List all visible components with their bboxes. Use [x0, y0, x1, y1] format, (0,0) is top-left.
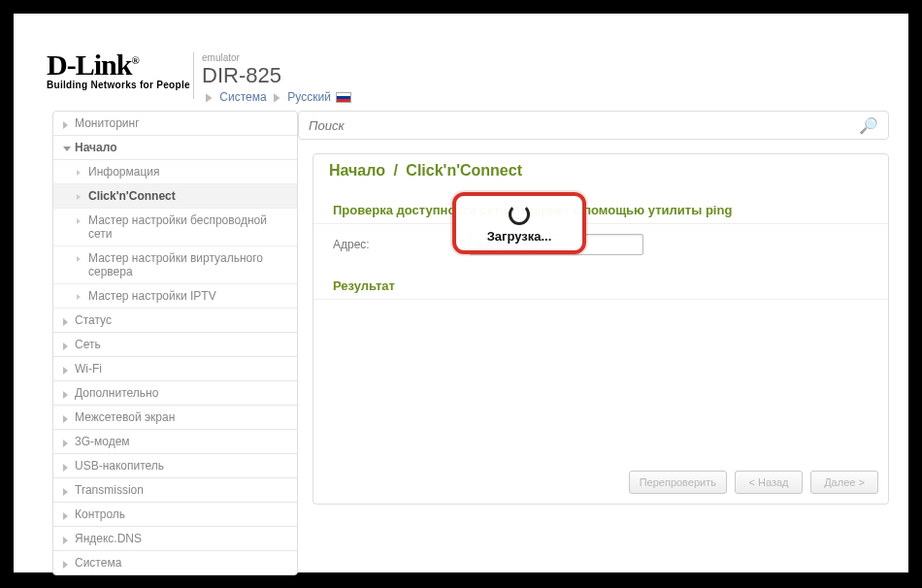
next-button[interactable]: Далее >	[810, 471, 878, 494]
address-row: Адрес:	[313, 230, 888, 265]
breadcrumb-separator: /	[393, 162, 397, 179]
sidebar-item[interactable]: Начало	[53, 136, 297, 160]
sidebar-item[interactable]: Межсетевой экран	[53, 406, 297, 430]
flag-ru-icon	[336, 92, 351, 103]
sidebar-item[interactable]: Дополнительно	[53, 381, 297, 406]
sidebar: МониторингНачалоИнформацияClick'n'Connec…	[52, 111, 298, 575]
sidebar-subitem[interactable]: Мастер настройки виртуального сервера	[53, 246, 297, 284]
breadcrumb-current[interactable]: Click'n'Connect	[406, 162, 522, 179]
language-link[interactable]: Русский	[287, 90, 331, 104]
back-button[interactable]: < Назад	[735, 471, 803, 494]
sidebar-item[interactable]: Статус	[53, 309, 297, 333]
chevron-right-icon: ▶	[206, 90, 212, 104]
sidebar-item[interactable]: Wi-Fi	[53, 357, 297, 381]
search-input[interactable]	[309, 118, 859, 133]
recheck-button[interactable]: Перепроверить	[629, 471, 727, 494]
button-row: Перепроверить < Назад Далее >	[629, 471, 878, 494]
header: D-Link® Building Networks for People emu…	[14, 14, 908, 91]
result-section-title: Результат	[313, 273, 888, 300]
brand-tagline: Building Networks for People	[47, 80, 190, 90]
breadcrumb-root[interactable]: Начало	[329, 162, 385, 179]
chevron-right-icon: ▶	[274, 90, 280, 104]
search-bar: 🔍	[298, 111, 889, 140]
sidebar-item[interactable]: USB-накопитель	[53, 454, 297, 478]
brand-name: D-Link®	[47, 49, 190, 82]
sidebar-subitem[interactable]: Информация	[53, 160, 297, 184]
ping-section-title: Проверка доступности сети Интернет с пом…	[313, 197, 888, 224]
header-divider	[193, 52, 194, 99]
loading-text: Загрузка...	[487, 229, 552, 244]
brand-logo: D-Link® Building Networks for People	[47, 49, 190, 90]
sidebar-item[interactable]: Transmission	[53, 478, 297, 503]
sidebar-subitem[interactable]: Мастер настройки IPTV	[53, 284, 297, 309]
sidebar-item[interactable]: Система	[53, 551, 297, 574]
sidebar-item[interactable]: Мониторинг	[53, 112, 297, 136]
search-icon[interactable]: 🔍	[859, 116, 878, 135]
header-info: emulator DIR-825 ▶ Система ▶ Русский	[202, 52, 351, 104]
loading-overlay: Загрузка...	[452, 192, 586, 254]
system-link[interactable]: Система	[219, 90, 266, 104]
sidebar-item[interactable]: Контроль	[53, 503, 297, 527]
content-panel: Начало / Click'n'Connect Проверка доступ…	[313, 153, 889, 505]
sidebar-subitem[interactable]: Мастер настройки беспроводной сети	[53, 209, 297, 246]
sidebar-item[interactable]: 3G-модем	[53, 430, 297, 454]
emulator-label: emulator	[202, 52, 351, 63]
model-name: DIR-825	[202, 63, 351, 90]
sidebar-item[interactable]: Сеть	[53, 333, 297, 357]
address-label: Адрес:	[333, 238, 469, 251]
breadcrumb: Начало / Click'n'Connect	[313, 154, 888, 189]
sidebar-subitem[interactable]: Click'n'Connect	[53, 184, 297, 209]
spinner-icon	[509, 204, 530, 225]
sidebar-item[interactable]: Яндекс.DNS	[53, 527, 297, 551]
